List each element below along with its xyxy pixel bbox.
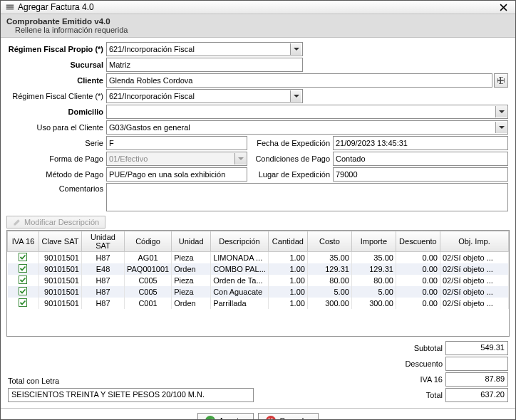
- col-obj-imp[interactable]: Obj. Imp.: [440, 231, 508, 252]
- iva16-value: 87.89: [445, 372, 508, 387]
- svg-rect-2: [6, 9, 14, 10]
- lugar-exp-input[interactable]: [333, 167, 508, 182]
- label-uso-cliente: Uso para el Cliente: [8, 123, 106, 132]
- label-regimen-cliente: Régimen Fiscal Cliente (*): [8, 92, 106, 100]
- domicilio-select[interactable]: [106, 105, 508, 119]
- grid-header-row: IVA 16 Clave SAT Unidad SAT Código Unida…: [8, 231, 509, 252]
- grid-empty-area: [7, 309, 509, 336]
- metodo-pago-input[interactable]: [106, 167, 247, 182]
- col-unidad[interactable]: Unidad: [172, 231, 211, 252]
- regimen-cliente-select[interactable]: [106, 89, 303, 103]
- cliente-input[interactable]: [106, 73, 492, 88]
- label-subtotal: Subtotal: [371, 344, 443, 352]
- sucursal-input[interactable]: [106, 58, 303, 72]
- label-regimen-propio: Régimen Fiscal Propio (*): [8, 45, 106, 53]
- label-forma-pago: Forma de Pago: [8, 154, 106, 163]
- col-descuento[interactable]: Descuento: [396, 231, 440, 252]
- col-importe[interactable]: Importe: [351, 231, 396, 252]
- aceptar-label: Aceptar: [219, 416, 246, 421]
- col-unidad-sat[interactable]: Unidad SAT: [82, 231, 125, 252]
- forma-pago-select[interactable]: [106, 152, 247, 166]
- regimen-propio-select[interactable]: [106, 42, 303, 56]
- col-iva16[interactable]: IVA 16: [8, 231, 39, 252]
- row-checkbox[interactable]: [19, 287, 27, 295]
- window-title: Agregar Factura 4.0: [18, 2, 94, 12]
- col-codigo[interactable]: Código: [125, 231, 172, 252]
- serie-input[interactable]: [106, 136, 247, 150]
- label-total: Total: [371, 391, 443, 399]
- col-cantidad[interactable]: Cantidad: [268, 231, 307, 252]
- col-descripcion[interactable]: Descripción: [211, 231, 269, 252]
- header-title: Comprobante Emitido v4.0: [6, 17, 510, 26]
- subtotal-value: 549.31: [445, 341, 508, 355]
- table-row[interactable]: 90101501 H87 AG01 Pieza LIMONADA ... 1.0…: [8, 252, 509, 263]
- header-subtitle: Rellene la información requerida: [6, 26, 510, 34]
- row-checkbox[interactable]: [19, 264, 27, 273]
- footer-buttons: Aceptar Cancelar: [1, 408, 515, 421]
- label-metodo-pago: Método de Pago: [8, 170, 106, 179]
- label-comentarios: Comentarios: [8, 183, 106, 193]
- label-serie: Serie: [8, 139, 106, 147]
- total-letra-field: SEISCIENTOS TREINTA Y SIETE PESOS 20/100…: [8, 388, 254, 402]
- cancelar-button[interactable]: Cancelar: [258, 413, 319, 421]
- items-grid[interactable]: IVA 16 Clave SAT Unidad SAT Código Unida…: [6, 230, 510, 337]
- col-clave-sat[interactable]: Clave SAT: [39, 231, 82, 252]
- row-checkbox[interactable]: [19, 253, 27, 261]
- cliente-lookup-button[interactable]: [494, 73, 508, 88]
- label-fecha-exp: Fecha de Expedición: [247, 139, 333, 147]
- table-row[interactable]: 90101501 E48 PAQ001001 Orden COMBO PAL..…: [8, 263, 509, 275]
- table-row[interactable]: 90101501 H87 C001 Orden Parrillada 1.00 …: [8, 298, 509, 309]
- modificar-label: Modificar Descripción: [24, 218, 99, 226]
- check-icon: [205, 416, 215, 421]
- modificar-descripcion-button[interactable]: Modificar Descripción: [6, 216, 105, 229]
- label-condiciones: Condiciones de Pago: [247, 154, 333, 163]
- svg-rect-0: [6, 5, 14, 6]
- aceptar-button[interactable]: Aceptar: [197, 413, 254, 421]
- cancelar-label: Cancelar: [279, 416, 311, 421]
- form-area: Régimen Fiscal Propio (*) Sucursal Clien…: [1, 38, 515, 214]
- comentarios-textarea[interactable]: [106, 183, 508, 211]
- totals-area: Total con Letra SEISCIENTOS TREINTA Y SI…: [1, 337, 515, 404]
- col-costo[interactable]: Costo: [307, 231, 351, 252]
- app-icon: [5, 2, 15, 12]
- fecha-exp-input[interactable]: [333, 136, 508, 150]
- label-sucursal: Sucursal: [8, 61, 106, 69]
- label-lugar-exp: Lugar de Expedición: [247, 170, 333, 179]
- titlebar: Agregar Factura 4.0: [1, 1, 515, 14]
- dialog-window: Agregar Factura 4.0 Comprobante Emitido …: [0, 0, 516, 420]
- table-row[interactable]: 90101501 H87 C005 Pieza Orden de Ta... 1…: [8, 275, 509, 286]
- label-iva16: IVA 16: [371, 375, 443, 384]
- condiciones-input[interactable]: [333, 152, 508, 166]
- svg-rect-1: [6, 6, 14, 8]
- header-panel: Comprobante Emitido v4.0 Rellene la info…: [1, 14, 515, 38]
- row-checkbox[interactable]: [19, 298, 27, 307]
- table-row[interactable]: 90101501 H87 C005 Pieza Con Aguacate 1.0…: [8, 286, 509, 298]
- total-value: 637.20: [445, 388, 508, 402]
- close-button[interactable]: [495, 1, 511, 14]
- uso-cliente-select[interactable]: [106, 120, 508, 135]
- label-cliente: Cliente: [8, 76, 106, 85]
- label-total-letra: Total con Letra: [8, 377, 357, 385]
- descuento-value: [445, 357, 508, 371]
- label-domicilio: Domicilio: [8, 107, 106, 116]
- label-descuento: Descuento: [371, 359, 443, 368]
- close-icon: [266, 416, 276, 421]
- row-checkbox[interactable]: [19, 275, 27, 284]
